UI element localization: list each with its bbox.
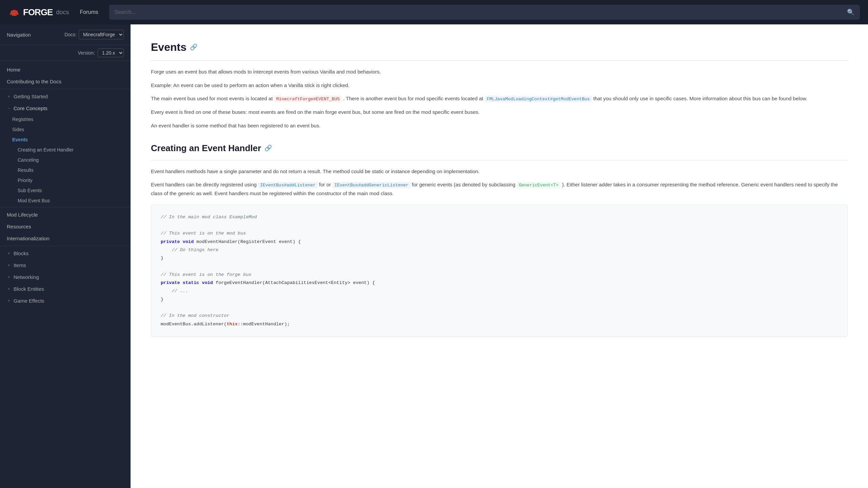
blocks-label: Blocks bbox=[14, 250, 28, 256]
code-line-14: modEventBus.addListener(this::modEventHa… bbox=[161, 320, 838, 328]
intro-paragraph-4: Every event is fired on one of these bus… bbox=[151, 108, 848, 117]
sidebar-item-block-entities[interactable]: ＋ Block Entities bbox=[0, 283, 131, 295]
sidebar: Navigation Docs: MinecraftForge Version:… bbox=[0, 24, 131, 488]
code-line-3: // This event is on the mod bus bbox=[161, 229, 838, 238]
sidebar-item-results[interactable]: Results bbox=[0, 165, 131, 175]
sidebar-item-resources[interactable]: Resources bbox=[0, 221, 131, 232]
sidebar-item-contributing[interactable]: Contributing to the Docs bbox=[0, 76, 131, 87]
code-line-6: } bbox=[161, 254, 838, 262]
code-line-10: // ... bbox=[161, 287, 838, 295]
s2p2-prefix: Event handlers can be directly registere… bbox=[151, 182, 258, 187]
sidebar-item-events[interactable]: Events bbox=[0, 135, 131, 145]
code-line-12 bbox=[161, 304, 838, 312]
logo: FORGE docs bbox=[8, 6, 69, 18]
main-content: Events 🔗 Forge uses an event bus that al… bbox=[131, 24, 868, 488]
version-row: Version: 1.20.x bbox=[0, 45, 131, 61]
intro-paragraph-5: An event handler is some method that has… bbox=[151, 121, 848, 130]
ieventbus-generic-code: IEventBus#addGenericListener bbox=[332, 182, 410, 188]
code-line-7 bbox=[161, 263, 838, 271]
page-title: Events 🔗 bbox=[151, 38, 848, 56]
sidebar-item-home[interactable]: Home bbox=[0, 64, 131, 76]
items-label: Items bbox=[14, 262, 26, 268]
divider-1 bbox=[0, 89, 131, 89]
intro-paragraph-2: Example: An event can be used to perform… bbox=[151, 81, 848, 90]
section2-divider bbox=[151, 160, 848, 160]
sidebar-item-mod-lifecycle[interactable]: Mod Lifecycle bbox=[0, 209, 131, 221]
header-nav: Forums bbox=[80, 9, 98, 15]
expand-icon-networking: ＋ bbox=[7, 274, 11, 280]
code-line-13: // In the mod constructor bbox=[161, 312, 838, 320]
intro3-middle: . There is another event bus for mod spe… bbox=[343, 96, 485, 101]
expand-icon-items: ＋ bbox=[7, 262, 11, 268]
code-block: // In the main mod class ExampleMod // T… bbox=[151, 205, 848, 337]
header: FORGE docs Forums 🔍 bbox=[0, 0, 868, 24]
sidebar-item-blocks[interactable]: ＋ Blocks bbox=[0, 247, 131, 259]
sidebar-item-priority[interactable]: Priority bbox=[0, 175, 131, 185]
code-line-4: private void modEventHandler(RegisterEve… bbox=[161, 238, 838, 246]
main-layout: Navigation Docs: MinecraftForge Version:… bbox=[0, 24, 868, 488]
search-input[interactable] bbox=[115, 9, 847, 15]
code-line-2 bbox=[161, 221, 838, 229]
section2-anchor-icon[interactable]: 🔗 bbox=[264, 143, 272, 154]
sidebar-item-sub-events[interactable]: Sub Events bbox=[0, 185, 131, 196]
code-line-1: // In the main mod class ExampleMod bbox=[161, 213, 838, 221]
sidebar-item-internationalization[interactable]: Internationalization bbox=[0, 232, 131, 244]
sidebar-item-core-concepts[interactable]: － Core Concepts bbox=[0, 102, 131, 114]
main-event-bus-code: MinecraftForge#EVENT_BUS bbox=[274, 96, 342, 102]
code-line-11: } bbox=[161, 296, 838, 304]
expand-icon-getting-started: ＋ bbox=[7, 94, 11, 99]
section2-heading: Creating an Event Handler 🔗 bbox=[151, 141, 848, 156]
intro3-suffix: that you should only use in specific cas… bbox=[593, 96, 807, 101]
version-selector[interactable]: 1.20.x bbox=[98, 48, 124, 57]
sidebar-header: Navigation Docs: MinecraftForge bbox=[0, 24, 131, 45]
section2-paragraph-1: Event handlers methods have a single par… bbox=[151, 167, 848, 176]
navigation-label: Navigation bbox=[7, 32, 31, 38]
title-divider bbox=[151, 60, 848, 61]
intro3-prefix: The main event bus used for most events … bbox=[151, 96, 274, 101]
intro-paragraph-1: Forge uses an event bus that allows mods… bbox=[151, 67, 848, 76]
sidebar-item-registries[interactable]: Registries bbox=[0, 114, 131, 124]
networking-label: Networking bbox=[14, 274, 39, 280]
sidebar-item-getting-started[interactable]: ＋ Getting Started bbox=[0, 90, 131, 102]
sidebar-navigation: Home Contributing to the Docs ＋ Getting … bbox=[0, 61, 131, 309]
sidebar-item-game-effects[interactable]: ＋ Game Effects bbox=[0, 295, 131, 307]
search-button[interactable]: 🔍 bbox=[847, 8, 854, 16]
intro-paragraph-3: The main event bus used for most events … bbox=[151, 94, 848, 103]
block-entities-label: Block Entities bbox=[14, 286, 44, 292]
generic-event-code: GenericEvent<T> bbox=[517, 182, 560, 188]
sidebar-item-mod-event-bus[interactable]: Mod Event Bus bbox=[0, 196, 131, 206]
divider-3 bbox=[0, 246, 131, 246]
title-anchor-icon[interactable]: 🔗 bbox=[190, 42, 197, 53]
sidebar-item-canceling[interactable]: Canceling bbox=[0, 155, 131, 165]
sidebar-item-items[interactable]: ＋ Items bbox=[0, 259, 131, 271]
version-label: Version: bbox=[78, 50, 95, 56]
logo-docs-text: docs bbox=[56, 9, 69, 16]
expand-icon-block-entities: ＋ bbox=[7, 286, 11, 292]
code-line-5: // Do things here bbox=[161, 246, 838, 254]
forge-logo-icon bbox=[8, 6, 20, 18]
expand-icon-game-effects: ＋ bbox=[7, 298, 11, 304]
mod-event-bus-code: FMLJavaModLoadingContext#getModEventBus bbox=[485, 96, 592, 102]
docs-selector[interactable]: MinecraftForge bbox=[79, 30, 124, 39]
s2p2-after: for generic events (as denoted by subcla… bbox=[412, 182, 517, 187]
logo-forge-text: FORGE bbox=[23, 7, 53, 18]
code-line-8: // This event is on the forge bus bbox=[161, 271, 838, 279]
forums-link[interactable]: Forums bbox=[80, 9, 98, 15]
code-line-9: private static void forgeEventHandler(At… bbox=[161, 279, 838, 287]
game-effects-label: Game Effects bbox=[14, 298, 44, 304]
divider-2 bbox=[0, 207, 131, 207]
core-concepts-label: Core Concepts bbox=[14, 105, 47, 111]
expand-icon-core-concepts: － bbox=[7, 105, 11, 111]
sidebar-item-networking[interactable]: ＋ Networking bbox=[0, 271, 131, 283]
sidebar-item-creating-event-handler[interactable]: Creating an Event Handler bbox=[0, 145, 131, 155]
s2p2-middle: for or bbox=[319, 182, 332, 187]
section2-paragraph-2: Event handlers can be directly registere… bbox=[151, 180, 848, 198]
search-bar: 🔍 bbox=[109, 5, 860, 20]
docs-label: Docs: bbox=[64, 32, 77, 37]
ieventbus-add-code: IEventBus#addListener bbox=[258, 182, 318, 188]
expand-icon-blocks: ＋ bbox=[7, 250, 11, 256]
getting-started-label: Getting Started bbox=[14, 94, 48, 99]
sidebar-item-sides[interactable]: Sides bbox=[0, 124, 131, 135]
svg-rect-0 bbox=[12, 14, 17, 16]
